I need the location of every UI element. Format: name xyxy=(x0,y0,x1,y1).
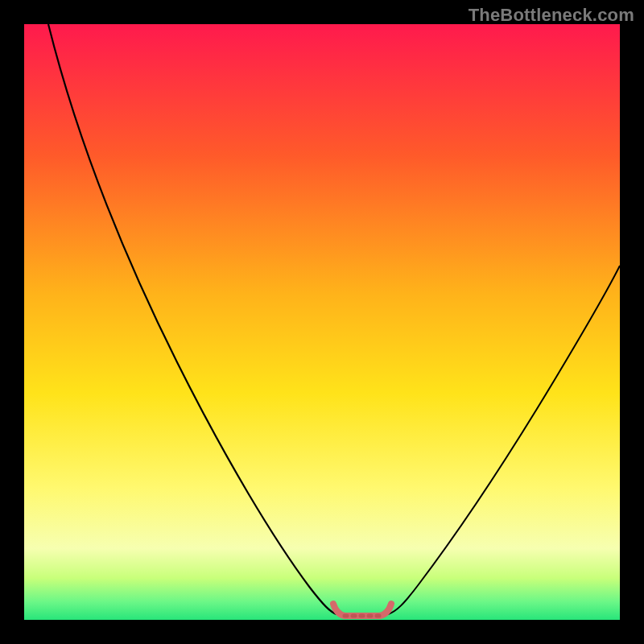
chart-frame: TheBottleneck.com xyxy=(0,0,644,644)
gradient-background xyxy=(24,24,620,620)
svg-rect-0 xyxy=(24,24,620,620)
watermark-text: TheBottleneck.com xyxy=(469,5,634,26)
plot-area xyxy=(24,24,620,620)
